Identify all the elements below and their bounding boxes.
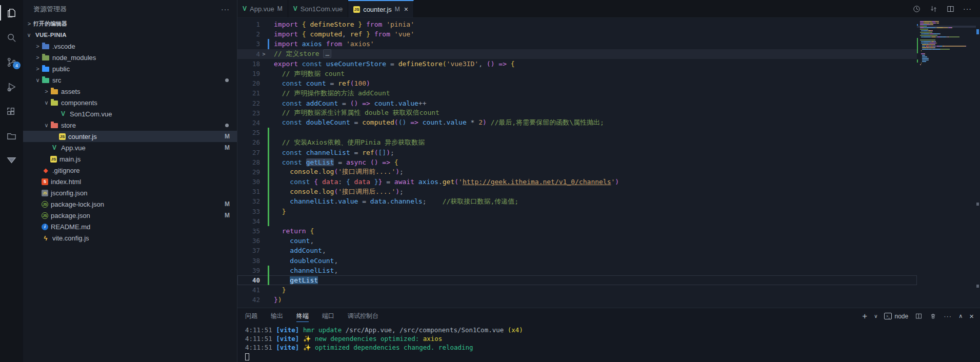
code-line[interactable]: 22 const addCount = () => count.value++ — [237, 98, 917, 108]
code-line[interactable]: 33 } — [237, 207, 917, 216]
code-line[interactable]: 37 addCount, — [237, 246, 917, 255]
search-icon[interactable] — [0, 29, 23, 46]
tree-item[interactable]: ∨components — [23, 97, 237, 108]
tree-item-label: assets — [61, 88, 81, 95]
timeline-history-icon[interactable] — [912, 5, 921, 13]
new-terminal-icon[interactable]: + — [862, 311, 867, 321]
gutter-spacer — [268, 108, 269, 118]
code-line[interactable]: 18export const useCounterStore = defineS… — [237, 59, 917, 69]
code-line[interactable]: 42}) — [237, 295, 917, 305]
code-line[interactable]: 4>// 定义store … — [237, 49, 917, 59]
code-line[interactable]: 25 — [237, 128, 917, 137]
filter-icon[interactable] — [0, 152, 23, 169]
code-text: }) — [274, 296, 282, 304]
tree-item[interactable]: 5index.html — [23, 176, 237, 187]
code-text: doubleCount, — [274, 257, 338, 265]
editor-more-icon[interactable]: ··· — [963, 5, 972, 13]
code-line[interactable]: 26 // 安装Axios依赖、使用Pinia 异步获取数据 — [237, 137, 917, 147]
panel-more-icon[interactable]: ··· — [944, 312, 952, 320]
gutter-spacer — [268, 236, 269, 246]
tree-item[interactable]: >public — [23, 63, 237, 74]
terminal-output[interactable]: 4:11:51 [vite] hmr update /src/App.vue, … — [237, 324, 980, 362]
split-terminal-icon[interactable] — [915, 312, 923, 320]
editor-tab[interactable]: VSon1Com.vue — [288, 0, 348, 17]
source-control-icon[interactable]: 4 — [0, 53, 23, 71]
tree-item[interactable]: JScounter.jsM — [23, 131, 237, 142]
modified-badge: M — [225, 212, 230, 219]
tree-item[interactable]: VSon1Com.vue — [23, 108, 237, 119]
tree-item[interactable]: >assets — [23, 86, 237, 97]
code-line[interactable]: 34 — [237, 216, 917, 226]
gutter-spacer — [268, 285, 269, 295]
line-number: 29 — [237, 168, 260, 176]
code-line[interactable]: 2import { computed, ref } from 'vue' — [237, 29, 917, 39]
code-editor[interactable]: 1import { defineStore } from 'pinia'2imp… — [237, 18, 917, 308]
compare-changes-icon[interactable] — [929, 5, 938, 13]
git-change-bar — [268, 147, 269, 157]
tree-item[interactable]: JSpackage.jsonM — [23, 210, 237, 221]
info-file-icon: i — [42, 224, 48, 230]
code-line[interactable]: 23 // 声明数据派生计算属性 double 获取双倍count — [237, 108, 917, 118]
tree-root-item[interactable]: ∨VUE-PINIA — [23, 29, 237, 41]
close-panel-icon[interactable]: × — [969, 312, 974, 320]
tree-item[interactable]: ∨src — [23, 74, 237, 86]
extensions-icon[interactable] — [0, 103, 23, 120]
code-line[interactable]: 19 // 声明数据 count — [237, 69, 917, 78]
code-line[interactable]: 27 const channelList = ref([]); — [237, 147, 917, 157]
code-line[interactable]: 29 console.log('接口调用前....'); — [237, 167, 917, 177]
panel-tab[interactable]: 问题 — [245, 308, 257, 324]
code-line[interactable]: 39 channelList, — [237, 266, 917, 275]
tree-item[interactable]: JSjsconfig.json — [23, 187, 237, 198]
overview-ruler[interactable] — [976, 18, 980, 308]
panel-tab[interactable]: 端口 — [322, 308, 334, 324]
tree-item[interactable]: iREADME.md — [23, 221, 237, 232]
code-text: import axios from 'axios' — [274, 40, 374, 48]
folder-file-icon — [50, 87, 58, 95]
run-debug-icon[interactable] — [0, 78, 23, 95]
tree-item-label: vite.config.js — [52, 234, 89, 242]
code-line[interactable]: 41 } — [237, 285, 917, 295]
explorer-more-icon[interactable]: ··· — [221, 5, 230, 13]
close-tab-icon[interactable]: × — [404, 5, 408, 13]
tree-item[interactable]: JSmain.js — [23, 153, 237, 165]
maximize-panel-icon[interactable]: ∧ — [958, 313, 963, 319]
code-line[interactable]: 35 return { — [237, 226, 917, 236]
code-line[interactable]: 28 const getList = async () => { — [237, 157, 917, 167]
line-number: 31 — [237, 188, 260, 195]
gutter-spacer — [268, 295, 269, 305]
panel-tab[interactable]: 调试控制台 — [348, 308, 378, 324]
panel-tab[interactable]: 终端 — [296, 308, 309, 324]
tree-item[interactable]: >.vscode — [23, 41, 237, 52]
fold-chevron-icon[interactable]: > — [260, 51, 268, 57]
folder-view-icon[interactable] — [0, 127, 23, 145]
open-editors-section[interactable]: > 打开的编辑器 — [23, 18, 237, 29]
terminal-instance-node[interactable]: >_ node — [884, 313, 908, 320]
tree-item[interactable]: VApp.vueM — [23, 142, 237, 153]
editor-tab[interactable]: VApp.vueM — [237, 0, 288, 17]
line-number: 42 — [237, 296, 260, 304]
code-line[interactable]: 31 console.log('接口调用后....'); — [237, 187, 917, 196]
tree-item[interactable]: ◆.gitignore — [23, 165, 237, 176]
code-line[interactable]: 3import axios from 'axios' — [237, 39, 917, 49]
kill-terminal-icon[interactable] — [929, 312, 937, 320]
panel-tab[interactable]: 输出 — [271, 308, 283, 324]
code-line[interactable]: 21 // 声明操作数据的方法 addCount — [237, 88, 917, 98]
code-line[interactable]: 38 doubleCount, — [237, 256, 917, 266]
tree-item[interactable]: >node_modules — [23, 52, 237, 63]
code-line[interactable]: 1import { defineStore } from 'pinia' — [237, 19, 917, 29]
tree-item-label: counter.js — [68, 133, 97, 140]
tree-item[interactable]: ϟvite.config.js — [23, 232, 237, 244]
tree-item[interactable]: ∨store — [23, 119, 237, 131]
editor-tab[interactable]: JScounter.jsM× — [348, 0, 414, 17]
code-line[interactable]: 40 getList — [237, 275, 917, 285]
split-editor-icon[interactable] — [946, 5, 955, 13]
tree-item[interactable]: JSpackage-lock.jsonM — [23, 198, 237, 210]
code-line[interactable]: 32 channelList.value = data.channels; //… — [237, 196, 917, 206]
code-line[interactable]: 36 count, — [237, 236, 917, 246]
code-line[interactable]: 20 const count = ref(100) — [237, 78, 917, 88]
terminal-dropdown-icon[interactable]: ∨ — [874, 313, 877, 319]
explorer-icon[interactable] — [0, 4, 23, 22]
code-line[interactable]: 30 const { data: { data }} = await axios… — [237, 177, 917, 187]
minimap[interactable] — [917, 18, 976, 308]
code-line[interactable]: 24 const doubleCount = computed(() => co… — [237, 118, 917, 128]
